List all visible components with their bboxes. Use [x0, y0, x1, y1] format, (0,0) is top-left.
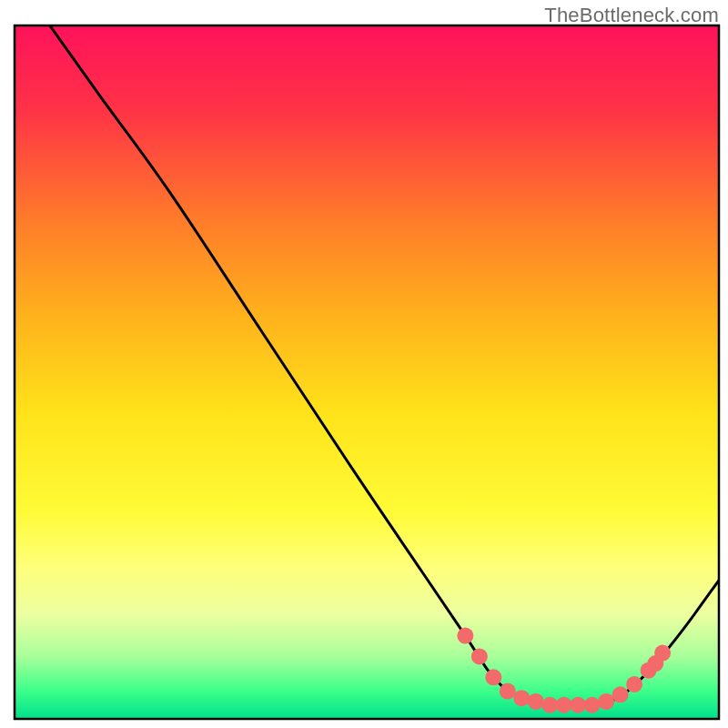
gradient-background — [15, 25, 719, 719]
highlight-dot — [612, 686, 629, 703]
highlight-dot — [471, 648, 488, 664]
highlight-dot — [541, 697, 558, 713]
highlight-dot — [528, 693, 544, 710]
highlight-dot — [570, 697, 586, 713]
bottleneck-chart — [0, 0, 728, 728]
chart-container: TheBottleneck.com — [0, 0, 728, 728]
highlight-dot — [513, 690, 530, 706]
highlight-dot — [626, 676, 642, 693]
highlight-dot — [598, 693, 614, 710]
highlight-dot — [485, 669, 501, 685]
highlight-dot — [457, 628, 473, 644]
highlight-dot — [584, 697, 601, 713]
watermark-label: TheBottleneck.com — [544, 4, 719, 27]
highlight-dot — [556, 697, 572, 713]
highlight-dot — [500, 683, 516, 700]
highlight-dot — [654, 645, 671, 662]
